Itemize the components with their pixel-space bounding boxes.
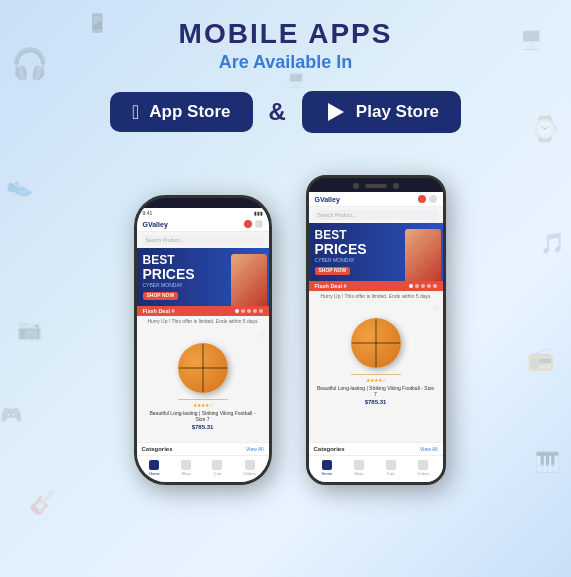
- android-logo: GValley: [315, 196, 340, 203]
- iphone-product-price: $785.31: [192, 424, 214, 430]
- android-app-header: GValley: [309, 192, 443, 207]
- android-camera: [353, 183, 359, 189]
- iphone-cart-icon: [244, 220, 252, 228]
- android-banner-text: BEST PRICES CYBER MONDAY Shop Now: [315, 229, 367, 275]
- android-speaker: [365, 184, 387, 188]
- android-search[interactable]: Search Product...: [314, 210, 438, 220]
- android-sensor: [393, 183, 399, 189]
- iphone-header-icons: [244, 220, 263, 228]
- android-nav-shop[interactable]: Shop: [354, 460, 364, 476]
- main-content: MOBILE APPS Are Available In  App Store…: [0, 0, 571, 485]
- android-notify-icon: [429, 195, 437, 203]
- android-screen: GValley Search Product... BEST PRICES CY…: [309, 192, 443, 482]
- page-title: MOBILE APPS: [179, 18, 393, 50]
- android-nav-orders[interactable]: Orders: [417, 460, 429, 476]
- iphone-banner-image: [231, 254, 267, 306]
- android-search-placeholder: Search Product...: [318, 212, 357, 218]
- nav-home[interactable]: Home: [149, 460, 160, 476]
- iphone-search-placeholder: Search Product...: [146, 237, 185, 243]
- android-nav-home[interactable]: Home: [321, 460, 332, 476]
- iphone-mockup: 9:41 ▮▮▮ GValley Search Product...: [134, 195, 272, 485]
- iphone-flash-deal: Flash Deal #: [137, 306, 269, 316]
- android-camera-bar: [309, 178, 443, 192]
- separator: &: [269, 98, 286, 126]
- iphone-time: 9:41: [143, 210, 153, 216]
- store-buttons-group:  App Store & Play Store: [110, 91, 461, 133]
- android-mockup: GValley Search Product... BEST PRICES CY…: [306, 175, 446, 485]
- android-product-price: $785.31: [365, 399, 387, 405]
- android-banner: BEST PRICES CYBER MONDAY Shop Now: [309, 223, 443, 281]
- android-basketball: [351, 318, 401, 368]
- iphone-screen: 9:41 ▮▮▮ GValley Search Product...: [137, 208, 269, 482]
- iphone-notch: [179, 198, 227, 208]
- app-store-button[interactable]:  App Store: [110, 92, 253, 132]
- android-flash-deal: Flash Deal #: [309, 281, 443, 291]
- iphone-basketball: [178, 343, 228, 393]
- iphone-product-area: ♡ ★★★★☆ Beautiful Long-lasting | Strikin…: [137, 326, 269, 442]
- iphone-bottom-nav: Home Shop Cart Orders: [137, 455, 269, 482]
- nav-shop[interactable]: Shop: [181, 460, 191, 476]
- play-store-button[interactable]: Play Store: [302, 91, 461, 133]
- apple-icon: : [132, 102, 139, 122]
- iphone-banner-text: BEST PRICES CYBER MONDAY Shop Now: [143, 254, 195, 300]
- android-bottom-nav: Home Shop Cart Orders: [309, 455, 443, 482]
- iphone-logo: GValley: [143, 221, 168, 228]
- android-nav-cart[interactable]: Cart: [386, 460, 396, 476]
- iphone-search[interactable]: Search Product...: [142, 235, 264, 245]
- iphone-app-header: GValley: [137, 217, 269, 232]
- iphone-banner: BEST PRICES CYBER MONDAY Shop Now: [137, 248, 269, 306]
- android-hurry-text: Hurry Up ! This offer is limited. Ends w…: [309, 291, 443, 301]
- iphone-product-name: Beautiful Long-lasting | Striking Viking…: [141, 408, 265, 424]
- svg-marker-0: [328, 103, 344, 121]
- android-header-icons: [418, 195, 437, 203]
- iphone-status: ▮▮▮: [254, 210, 263, 216]
- play-icon: [324, 101, 346, 123]
- android-product-area: ♡ ★★★★☆ Beautiful Long-lasting | Strikin…: [309, 301, 443, 442]
- phones-mockup-area: 9:41 ▮▮▮ GValley Search Product...: [116, 155, 456, 485]
- android-product-name: Beautiful Long-lasting | Striking Viking…: [313, 383, 439, 399]
- nav-cart[interactable]: Cart: [212, 460, 222, 476]
- android-banner-image: [405, 229, 441, 281]
- play-store-label: Play Store: [356, 102, 439, 122]
- android-categories-bar: Categories View All: [309, 442, 443, 455]
- page-subtitle: Are Available In: [219, 52, 353, 73]
- nav-orders[interactable]: Orders: [244, 460, 256, 476]
- iphone-notify-icon: [255, 220, 263, 228]
- android-cart-icon: [418, 195, 426, 203]
- app-store-label: App Store: [149, 102, 230, 122]
- iphone-categories-bar: Categories View All: [137, 442, 269, 455]
- iphone-hurry-text: Hurry Up ! This offer is limited. Ends w…: [137, 316, 269, 326]
